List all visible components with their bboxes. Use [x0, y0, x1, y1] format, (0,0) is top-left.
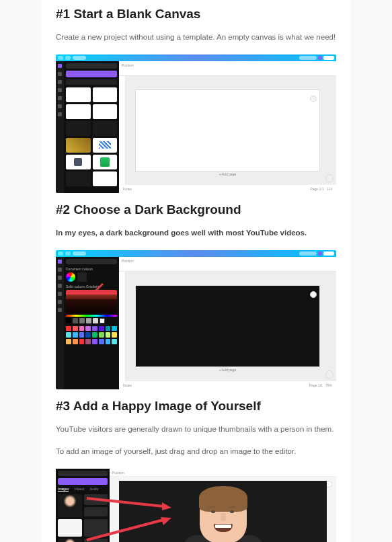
position-label: Position — [112, 471, 124, 475]
color-swatch — [79, 326, 85, 332]
notes-label: Notes — [123, 187, 132, 191]
color-swatch — [99, 339, 104, 344]
section-heading-1: #1 Start a Blank Canvas — [56, 7, 336, 22]
color-swatch — [85, 326, 91, 332]
color-swatch — [85, 339, 91, 344]
doc-colors-label: Document colours — [66, 267, 117, 271]
screenshot-happy-image: ImagesVideosAudio Position — [56, 469, 336, 542]
color-swatch — [66, 326, 71, 332]
section-1-paragraph-1: Create a new project without using a tem… — [56, 32, 336, 44]
color-swatch — [79, 332, 85, 338]
color-swatch — [66, 339, 71, 344]
color-swatch — [92, 326, 97, 332]
color-swatch — [112, 339, 117, 344]
position-label: Position — [122, 63, 134, 67]
color-swatch — [106, 339, 111, 344]
tab-videos: Videos — [74, 487, 84, 492]
section-heading-2: #2 Choose a Dark Background — [56, 202, 336, 217]
screenshot-dark-background: Document colours Solid colours Gradient … — [56, 250, 336, 389]
zoom-label: 79% — [325, 383, 332, 387]
color-swatch — [106, 326, 111, 332]
ss-topbar — [56, 250, 336, 257]
add-page: + Add page — [219, 368, 236, 372]
color-swatch — [66, 332, 71, 338]
color-swatch — [92, 332, 97, 338]
pages-label: Page 1/1 — [309, 383, 323, 387]
color-swatch — [85, 332, 91, 338]
color-swatch — [73, 339, 78, 344]
ss-topbar — [56, 54, 336, 61]
position-label: Position — [122, 259, 134, 263]
screenshot-blank-canvas: Position + Add page Notes Page 1/1 114 — [56, 54, 336, 193]
article-content: #1 Start a Blank Canvas Create a new pro… — [42, 0, 350, 542]
solid-label: Solid colours Gradient — [66, 284, 117, 288]
zoom-label: 114 — [327, 187, 332, 191]
color-swatch — [99, 332, 104, 338]
color-swatch — [112, 326, 117, 332]
color-swatch — [73, 332, 78, 338]
section-2-paragraph-1: In my eyes, a dark background goes well … — [56, 227, 336, 239]
color-swatch — [92, 339, 97, 344]
section-3-paragraph-1: YouTube visitors are generally drawn to … — [56, 424, 336, 436]
color-swatch — [112, 332, 117, 338]
add-page: + Add page — [219, 172, 236, 176]
tab-audio: Audio — [90, 487, 99, 492]
section-3-paragraph-2: To add an image of yourself, just drag a… — [56, 446, 336, 458]
color-swatch — [79, 339, 85, 344]
section-heading-3: #3 Add a Happy Image of Yourself — [56, 399, 336, 414]
color-swatch — [99, 326, 104, 332]
notes-label: Notes — [123, 383, 132, 387]
tab-images: Images — [58, 487, 69, 492]
color-swatch — [106, 332, 111, 338]
pages-label: Page 1/1 — [310, 187, 323, 191]
color-swatch — [73, 326, 78, 332]
